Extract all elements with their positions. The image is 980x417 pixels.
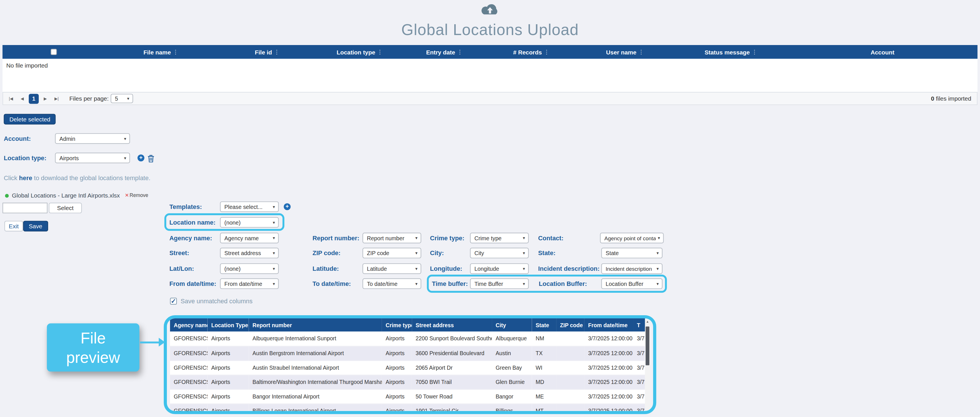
files-grid-column-header[interactable]: Status message ⋮ bbox=[675, 45, 788, 59]
latlon-select[interactable]: (none)▾ bbox=[220, 264, 278, 274]
exit-button[interactable]: Exit bbox=[4, 221, 23, 232]
incident-description-select[interactable]: Incident description▾ bbox=[601, 264, 662, 274]
location-type-select[interactable]: Airports ▾ bbox=[55, 152, 130, 163]
location-buffer-label: Location Buffer: bbox=[539, 278, 587, 289]
save-unmatched-checkbox[interactable]: ✓ bbox=[170, 298, 177, 305]
current-page-button[interactable]: 1 bbox=[29, 93, 39, 104]
caret-down-icon: ▾ bbox=[657, 266, 659, 272]
scroll-up-icon[interactable]: ▲ bbox=[645, 319, 650, 324]
files-grid-column-header[interactable]: User name ⋮ bbox=[576, 45, 675, 59]
caret-down-icon: ▾ bbox=[415, 251, 417, 256]
contact-label: Contact: bbox=[538, 233, 563, 243]
templates-label: Templates: bbox=[169, 201, 202, 212]
preview-column-header: Location Type bbox=[208, 318, 249, 331]
caret-down-icon: ▾ bbox=[415, 266, 417, 272]
account-select[interactable]: Admin ▾ bbox=[55, 133, 130, 144]
preview-column-header: ZIP code bbox=[556, 318, 584, 331]
prev-page-button[interactable]: ◀ bbox=[18, 94, 27, 103]
caret-down-icon: ▾ bbox=[124, 136, 126, 141]
zip-code-label: ZIP code: bbox=[312, 248, 340, 258]
files-grid-column-header[interactable]: # Records ⋮ bbox=[487, 45, 576, 59]
select-all-checkbox[interactable] bbox=[51, 49, 57, 55]
preview-row[interactable]: GFORENSICS Airports Austin Straubel Inte… bbox=[170, 360, 645, 374]
empty-message: No file imported bbox=[6, 62, 48, 69]
last-page-button[interactable]: ▶| bbox=[52, 94, 61, 103]
preview-scrollbar-thumb[interactable] bbox=[646, 327, 649, 366]
files-grid-column-header[interactable]: File name ⋮ bbox=[105, 45, 217, 59]
crime-type-select[interactable]: Crime type▾ bbox=[470, 233, 528, 243]
preview-header-row: Agency nameLocation TypeReport numberCri… bbox=[170, 318, 645, 331]
state-select[interactable]: State▾ bbox=[601, 248, 662, 258]
template-download-line: Click here to download the global locati… bbox=[4, 174, 150, 181]
files-grid-column-header[interactable]: Entry date ⋮ bbox=[402, 45, 487, 59]
preview-row[interactable]: GFORENSICS Airports Austin Bergstrom Int… bbox=[170, 346, 645, 360]
templates-select[interactable]: Please select... ▾ bbox=[220, 201, 278, 212]
to-datetime-label: To date/time: bbox=[312, 278, 351, 289]
callout-arrow-head-icon bbox=[159, 338, 165, 347]
latitude-select[interactable]: Latitude▾ bbox=[363, 264, 421, 274]
from-datetime-select[interactable]: From date/time▾ bbox=[220, 278, 278, 289]
add-location-type-icon[interactable]: + bbox=[138, 155, 145, 161]
add-template-icon[interactable]: + bbox=[284, 203, 291, 210]
column-menu-icon[interactable]: ⋮ bbox=[377, 49, 383, 55]
preview-column-header: Crime type bbox=[382, 318, 412, 331]
caret-down-icon: ▾ bbox=[273, 266, 275, 272]
files-grid-column-header[interactable]: File id ⋮ bbox=[217, 45, 317, 59]
template-download-link[interactable]: here bbox=[19, 174, 32, 181]
street-select[interactable]: Street address▾ bbox=[220, 248, 278, 258]
report-number-select[interactable]: Report number▾ bbox=[363, 233, 421, 243]
agency-name-select[interactable]: Agency name▾ bbox=[220, 233, 278, 243]
crime-type-label: Crime type: bbox=[430, 233, 465, 243]
first-page-button[interactable]: |◀ bbox=[6, 94, 16, 103]
caret-down-icon: ▾ bbox=[273, 220, 275, 225]
column-menu-icon[interactable]: ⋮ bbox=[274, 49, 280, 55]
location-name-label: Location name: bbox=[169, 217, 216, 227]
global-locations-upload-page: Global Locations Upload File name ⋮ File… bbox=[0, 0, 980, 417]
column-label: # Records bbox=[513, 48, 542, 55]
preview-row[interactable]: GFORENSICS Airports Baltimore/Washington… bbox=[170, 375, 645, 389]
select-file-button[interactable]: Select bbox=[49, 203, 82, 213]
caret-down-icon: ▾ bbox=[273, 205, 275, 209]
remove-file-button[interactable]: ✕ Remove bbox=[125, 193, 148, 198]
to-datetime-select[interactable]: To date/time▾ bbox=[363, 278, 421, 289]
preview-row[interactable]: GFORENSICS Airports Bangor International… bbox=[170, 389, 645, 403]
column-menu-icon[interactable]: ⋮ bbox=[638, 49, 644, 55]
zip-code-select[interactable]: ZIP code▾ bbox=[363, 248, 421, 258]
preview-scrollbar[interactable]: ▲ bbox=[645, 319, 650, 410]
contact-select[interactable]: Agency point of contact▾ bbox=[600, 233, 664, 243]
preview-row[interactable]: GFORENSICS Airports Albuquerque Internat… bbox=[170, 331, 645, 346]
column-menu-icon[interactable]: ⋮ bbox=[752, 49, 757, 55]
delete-selected-button[interactable]: Delete selected bbox=[4, 114, 56, 124]
location-name-select[interactable]: (none) ▾ bbox=[220, 217, 278, 227]
from-datetime-label: From date/time: bbox=[169, 278, 216, 289]
file-preview-callout: File preview bbox=[47, 324, 140, 372]
page-title: Global Locations Upload bbox=[0, 21, 980, 39]
file-path-input[interactable] bbox=[3, 203, 48, 213]
files-imported-summary: 0 files imported bbox=[931, 95, 974, 102]
column-label: Account bbox=[871, 48, 894, 55]
delete-location-type-icon[interactable] bbox=[148, 154, 154, 165]
column-menu-icon[interactable]: ⋮ bbox=[544, 49, 549, 55]
save-button[interactable]: Save bbox=[23, 221, 48, 232]
city-select[interactable]: City▾ bbox=[470, 248, 528, 258]
caret-down-icon: ▾ bbox=[127, 96, 129, 101]
caret-down-icon: ▾ bbox=[523, 251, 525, 256]
caret-down-icon: ▾ bbox=[124, 155, 126, 160]
next-page-button[interactable]: ▶ bbox=[41, 94, 50, 103]
column-menu-icon[interactable]: ⋮ bbox=[457, 49, 463, 55]
preview-column-header: Street address bbox=[412, 318, 492, 331]
caret-down-icon: ▾ bbox=[523, 235, 525, 241]
files-per-page-select[interactable]: 5 ▾ bbox=[110, 94, 133, 103]
location-type-label: Location type: bbox=[4, 152, 46, 163]
longitude-select[interactable]: Longitude▾ bbox=[470, 264, 528, 274]
files-grid-column-header[interactable]: Account ⋮ bbox=[788, 45, 977, 59]
preview-row[interactable]: GFORENSICS Airports Billings Logan Inter… bbox=[170, 403, 645, 414]
files-grid-column-header[interactable]: Location type ⋮ bbox=[318, 45, 402, 59]
column-menu-icon[interactable]: ⋮ bbox=[173, 49, 178, 55]
caret-down-icon: ▾ bbox=[657, 251, 659, 256]
cloud-upload-icon bbox=[480, 8, 500, 19]
location-buffer-select[interactable]: Location Buffer▾ bbox=[601, 278, 662, 289]
caret-down-icon: ▾ bbox=[523, 281, 525, 286]
time-buffer-select[interactable]: Time Buffer▾ bbox=[470, 278, 528, 289]
preview-column-header: State bbox=[532, 318, 557, 331]
